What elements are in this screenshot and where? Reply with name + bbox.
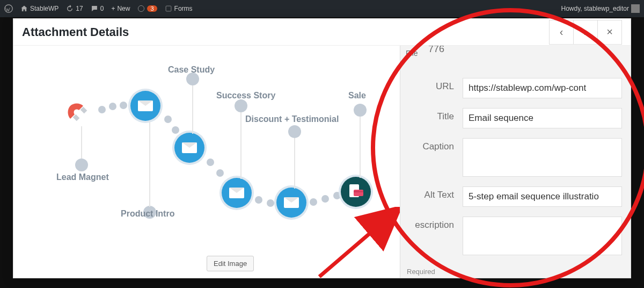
attachment-sidebar: 776 File URL Title Caption Alt Text escr… <box>400 46 631 278</box>
media-preview: Lead Magnet Case Study Product Intro Suc… <box>13 46 400 278</box>
forms-label: Forms <box>174 5 193 12</box>
next-attachment-button[interactable]: › <box>573 20 598 45</box>
wp-admin-bar: StableWP 17 0 + New 3 Forms Howdy, stabl… <box>0 0 644 17</box>
path-dot <box>267 199 274 207</box>
stem-dot <box>235 99 247 112</box>
howdy-link[interactable]: Howdy, stablewp_editor <box>561 4 640 13</box>
modal-title: Attachment Details <box>22 25 129 39</box>
path-dot <box>98 106 106 113</box>
forms-link[interactable]: Forms <box>165 5 193 12</box>
email-node-4 <box>276 188 306 218</box>
url-field[interactable] <box>463 78 622 98</box>
envelope-icon <box>138 100 153 111</box>
howdy-label: Howdy, stablewp_editor <box>561 5 629 12</box>
wp-logo[interactable] <box>4 4 13 13</box>
description-field[interactable] <box>463 217 622 255</box>
stem-line <box>81 126 82 159</box>
modal-nav: ‹ › × <box>550 20 622 45</box>
plus-icon: + <box>111 5 115 12</box>
label-success-story: Success Story <box>216 91 275 100</box>
path-dot <box>172 126 179 134</box>
comments-count: 0 <box>100 5 104 12</box>
description-label: escription <box>409 217 463 231</box>
path-dot <box>310 198 317 206</box>
stem-dot <box>75 159 88 171</box>
close-modal-button[interactable]: × <box>597 20 622 45</box>
path-dot <box>109 103 116 110</box>
label-discount-testimonial: Discount + Testimonial <box>245 114 339 124</box>
new-content-link[interactable]: + New <box>111 5 130 12</box>
path-dot <box>207 159 214 166</box>
email-node-1 <box>130 91 160 121</box>
title-label: Title <box>409 108 463 122</box>
notification-badge-item[interactable]: 3 <box>137 5 157 12</box>
avatar <box>631 4 640 13</box>
meta-dimensions-fragment: 776 <box>428 46 444 55</box>
svg-point-1 <box>138 5 144 11</box>
comments-link[interactable]: 0 <box>91 5 104 12</box>
stem-line <box>360 117 361 178</box>
meta-file-label: File <box>406 49 418 57</box>
path-dot <box>333 192 341 199</box>
updates-count: 17 <box>76 5 83 12</box>
magnet-icon <box>63 97 93 127</box>
label-sale: Sale <box>348 91 366 100</box>
svg-rect-6 <box>354 190 363 196</box>
updates-link[interactable]: 17 <box>66 5 83 12</box>
prev-attachment-button[interactable]: ‹ <box>549 20 574 45</box>
svg-rect-3 <box>80 107 87 114</box>
notification-count: 3 <box>147 5 157 12</box>
edit-image-button[interactable]: Edit Image <box>207 256 254 271</box>
caption-label: Caption <box>409 138 463 152</box>
svg-rect-2 <box>166 6 171 11</box>
email-node-2 <box>174 133 204 163</box>
envelope-icon <box>229 188 244 198</box>
label-case-study: Case Study <box>168 65 215 75</box>
attachment-details-modal: Attachment Details ‹ › × <box>13 18 631 278</box>
stem-line <box>294 138 295 189</box>
svg-rect-7 <box>354 191 363 192</box>
title-field[interactable] <box>463 108 622 128</box>
path-dot <box>120 102 127 109</box>
envelope-icon <box>182 142 197 153</box>
site-name-link[interactable]: StableWP <box>20 5 58 12</box>
url-label: URL <box>409 78 463 92</box>
path-dot <box>164 116 172 123</box>
label-product-intro: Product Intro <box>121 209 174 219</box>
alt-text-label: Alt Text <box>409 186 463 200</box>
stem-dot <box>288 125 301 138</box>
stem-line <box>192 85 193 134</box>
required-hint: Required <box>407 268 435 276</box>
email-node-3 <box>222 178 252 208</box>
path-dot <box>255 196 262 204</box>
site-name-label: StableWP <box>30 5 58 12</box>
new-label: New <box>117 5 130 12</box>
path-dot <box>321 195 329 203</box>
sale-node <box>341 177 371 207</box>
envelope-icon <box>284 197 299 208</box>
caption-field[interactable] <box>463 138 622 177</box>
modal-header: Attachment Details ‹ › × <box>13 19 631 46</box>
stem-dot <box>354 104 367 117</box>
label-lead-magnet: Lead Magnet <box>56 172 109 182</box>
alt-text-field[interactable] <box>463 186 622 207</box>
stem-line <box>149 121 150 207</box>
stem-line <box>240 112 241 179</box>
svg-rect-4 <box>73 114 80 121</box>
path-dot <box>216 169 224 177</box>
